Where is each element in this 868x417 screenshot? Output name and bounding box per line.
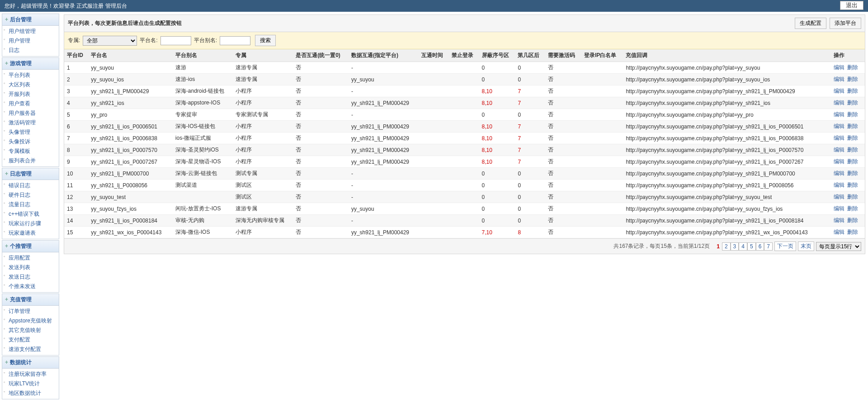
cell: http://paycnyyhx.suyougame.cn/pay.php?pl… bbox=[623, 191, 831, 203]
delete-link[interactable]: 删除 bbox=[847, 229, 858, 235]
cell: 8,10 bbox=[479, 156, 515, 168]
delete-link[interactable]: 删除 bbox=[847, 158, 858, 165]
sidebar-item[interactable]: 大区列表 bbox=[2, 80, 59, 90]
delete-link[interactable]: 删除 bbox=[847, 170, 858, 176]
edit-link[interactable]: 编辑 bbox=[834, 229, 844, 235]
sidebar-item[interactable]: 应用配置 bbox=[2, 253, 59, 263]
delete-link[interactable]: 删除 bbox=[847, 205, 858, 212]
register-link[interactable]: 正式服注册 bbox=[76, 3, 104, 9]
sidebar-item[interactable]: 个推未发送 bbox=[2, 282, 59, 291]
logout-button[interactable]: 退出 bbox=[840, 1, 863, 10]
delete-link[interactable]: 删除 bbox=[847, 194, 858, 200]
pager-next[interactable]: 下一页 bbox=[774, 242, 796, 251]
edit-link[interactable]: 编辑 bbox=[834, 205, 844, 212]
generate-config-button[interactable]: 生成配置 bbox=[795, 18, 826, 29]
sidebar-item[interactable]: 日志 bbox=[2, 46, 59, 55]
delete-link[interactable]: 删除 bbox=[847, 182, 858, 188]
sidebar-item[interactable]: 平台列表 bbox=[2, 71, 59, 80]
sidebar-item[interactable]: 用户服务器 bbox=[2, 109, 59, 118]
platform-alias-input[interactable] bbox=[220, 36, 250, 45]
sidebar-item[interactable]: Appstore充值映射 bbox=[2, 316, 59, 326]
sidebar-group-header[interactable]: +个推管理 bbox=[2, 241, 59, 252]
cell bbox=[419, 168, 449, 180]
edit-link[interactable]: 编辑 bbox=[834, 64, 844, 71]
sidebar-group-header[interactable]: +充值管理 bbox=[2, 294, 59, 306]
delete-link[interactable]: 删除 bbox=[847, 111, 858, 118]
sidebar-item[interactable]: c++错误下载 bbox=[2, 209, 59, 219]
sidebar-item[interactable]: 头像管理 bbox=[2, 128, 59, 137]
delete-link[interactable]: 删除 bbox=[847, 217, 858, 223]
cell: 7,10 bbox=[479, 227, 515, 238]
sidebar-item[interactable]: 玩家运行步骤 bbox=[2, 219, 59, 228]
sidebar-item[interactable]: 其它充值映射 bbox=[2, 326, 59, 335]
platform-name-input[interactable] bbox=[160, 36, 191, 45]
sidebar-item[interactable]: 头像投诉 bbox=[2, 137, 59, 147]
delete-link[interactable]: 删除 bbox=[847, 147, 858, 153]
edit-link[interactable]: 编辑 bbox=[834, 76, 844, 82]
cell: 速游 bbox=[173, 62, 233, 74]
pager-perpage-select[interactable]: 每页显示15行 bbox=[816, 242, 861, 251]
sidebar-item[interactable]: 错误日志 bbox=[2, 181, 59, 190]
sidebar-item[interactable]: 开服列表 bbox=[2, 90, 59, 99]
search-button[interactable]: 搜索 bbox=[255, 35, 276, 46]
sidebar-item[interactable]: 订单管理 bbox=[2, 307, 59, 316]
pager-page[interactable]: 7 bbox=[764, 242, 773, 251]
sidebar-item[interactable]: 玩家邀请表 bbox=[2, 228, 59, 238]
cell: http://paycnyyhx.suyougame.cn/pay.php?pl… bbox=[623, 74, 831, 85]
sidebar-item[interactable]: 用户管理 bbox=[2, 36, 59, 46]
sidebar-group-header[interactable]: +后台管理 bbox=[2, 14, 59, 26]
edit-link[interactable]: 编辑 bbox=[834, 217, 844, 223]
edit-link[interactable]: 编辑 bbox=[834, 123, 844, 129]
edit-link[interactable]: 编辑 bbox=[834, 194, 844, 200]
sidebar-item[interactable]: 速游支付配置 bbox=[2, 345, 59, 354]
sidebar-item[interactable]: 发送日志 bbox=[2, 272, 59, 282]
sidebar-item[interactable]: 专属模板 bbox=[2, 147, 59, 156]
cell: 否 bbox=[545, 62, 581, 74]
edit-link[interactable]: 编辑 bbox=[834, 135, 844, 141]
sidebar-item[interactable]: 玩家LTV统计 bbox=[2, 379, 59, 389]
pager-page[interactable]: 5 bbox=[747, 242, 756, 251]
edit-link[interactable]: 编辑 bbox=[834, 88, 844, 94]
edit-link[interactable]: 编辑 bbox=[834, 182, 844, 188]
cell: 小程序 bbox=[233, 97, 293, 109]
sidebar-group-header[interactable]: +日志管理 bbox=[2, 168, 59, 180]
pager-last[interactable]: 末页 bbox=[798, 242, 814, 251]
pager-page[interactable]: 2 bbox=[722, 242, 731, 251]
cell bbox=[581, 203, 623, 215]
add-platform-button[interactable]: 添加平台 bbox=[830, 18, 861, 29]
pager-page[interactable]: 4 bbox=[739, 242, 747, 251]
column-header: 是否互通(统一置0) bbox=[293, 49, 349, 62]
delete-link[interactable]: 删除 bbox=[847, 135, 858, 141]
delete-link[interactable]: 删除 bbox=[847, 88, 858, 94]
sidebar-item[interactable]: 发送列表 bbox=[2, 263, 59, 272]
sidebar-group-header[interactable]: +游戏管理 bbox=[2, 58, 59, 70]
cell: 否 bbox=[293, 97, 349, 109]
belong-select[interactable]: 全部 bbox=[83, 36, 137, 46]
sidebar-item[interactable]: 激活码管理 bbox=[2, 118, 59, 128]
sidebar-item[interactable]: 服列表合并 bbox=[2, 156, 59, 166]
cell: 9 bbox=[64, 156, 88, 168]
sidebar-item[interactable]: 地区数据统计 bbox=[2, 389, 59, 398]
sidebar-item[interactable]: 注册玩家留存率 bbox=[2, 370, 59, 379]
cell: 0 bbox=[515, 203, 545, 215]
edit-link[interactable]: 编辑 bbox=[834, 158, 844, 165]
table-row: 5yy_pro专家提审专家测试专属否-00否http://paycnyyhx.s… bbox=[64, 109, 865, 121]
delete-link[interactable]: 删除 bbox=[847, 76, 858, 82]
sidebar-item[interactable]: 支付配置 bbox=[2, 335, 59, 345]
edit-link[interactable]: 编辑 bbox=[834, 111, 844, 118]
sidebar-item[interactable]: 流量日志 bbox=[2, 200, 59, 209]
edit-link[interactable]: 编辑 bbox=[834, 100, 844, 106]
sidebar-group-header[interactable]: +数据统计 bbox=[2, 357, 59, 369]
delete-link[interactable]: 删除 bbox=[847, 123, 858, 129]
pager-page[interactable]: 1 bbox=[714, 243, 722, 250]
pager-page[interactable]: 6 bbox=[756, 242, 764, 251]
sidebar-item[interactable]: 用户查看 bbox=[2, 99, 59, 109]
cell: 0 bbox=[479, 109, 515, 121]
sidebar-item[interactable]: 用户组管理 bbox=[2, 27, 59, 36]
delete-link[interactable]: 删除 bbox=[847, 100, 858, 106]
sidebar-item[interactable]: 硬件日志 bbox=[2, 190, 59, 200]
edit-link[interactable]: 编辑 bbox=[834, 170, 844, 176]
edit-link[interactable]: 编辑 bbox=[834, 147, 844, 153]
delete-link[interactable]: 删除 bbox=[847, 64, 858, 71]
pager-page[interactable]: 3 bbox=[731, 242, 739, 251]
